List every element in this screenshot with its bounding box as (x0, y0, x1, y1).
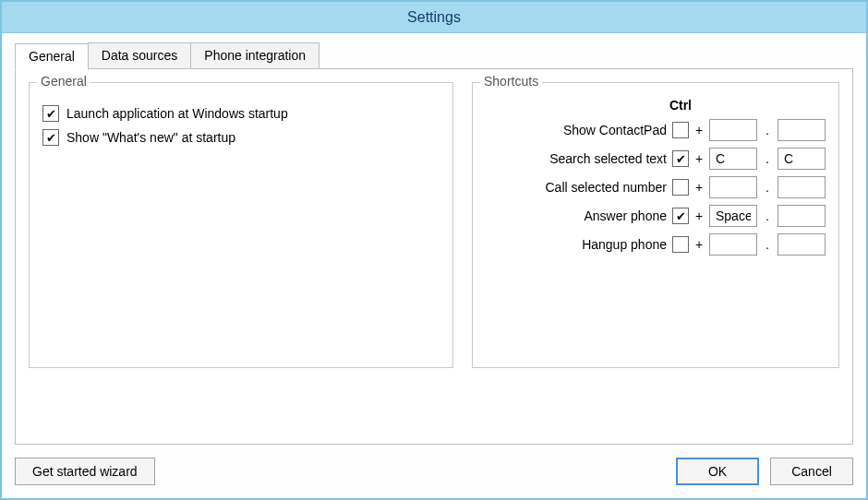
shortcut-row-show-contactpad: Show ContactPad + . (486, 119, 826, 141)
titlebar: Settings (2, 2, 866, 33)
tabcontent: General Launch application at Windows st… (29, 82, 839, 368)
shortcut-label: Call selected number (486, 180, 667, 195)
shortcut-key1-input[interactable] (709, 176, 757, 198)
shortcut-row-answer-phone: Answer phone + . (486, 205, 826, 227)
shortcut-key1-input[interactable] (709, 233, 757, 256)
shortcut-ctrl-checkbox[interactable] (672, 208, 689, 224)
shortcut-label: Answer phone (486, 208, 667, 223)
dot-sep: . (763, 208, 772, 223)
dot-sep: . (763, 237, 772, 252)
tab-phone-integration[interactable]: Phone integration (190, 42, 319, 69)
label-launch-at-startup: Launch application at Windows startup (66, 106, 288, 121)
shortcut-key1-input[interactable] (709, 119, 757, 141)
plus-sign: + (694, 208, 704, 223)
shortcut-key2-input[interactable] (778, 119, 826, 141)
settings-window: Settings General Data sources Phone inte… (0, 0, 868, 500)
option-launch-at-startup[interactable]: Launch application at Windows startup (42, 105, 440, 122)
window-title: Settings (407, 9, 461, 26)
option-show-whats-new[interactable]: Show "What's new" at startup (42, 129, 440, 146)
tabpage-general: General Launch application at Windows st… (15, 68, 853, 445)
shortcut-ctrl-checkbox[interactable] (672, 236, 689, 253)
tab-data-sources[interactable]: Data sources (88, 42, 191, 69)
checkbox-show-whats-new[interactable] (42, 129, 59, 146)
client-area: General Data sources Phone integration G… (2, 33, 866, 498)
plus-sign: + (694, 180, 704, 195)
shortcut-ctrl-checkbox[interactable] (672, 179, 689, 196)
shortcut-key2-input[interactable] (778, 233, 826, 256)
plus-sign: + (694, 237, 704, 252)
plus-sign: + (694, 151, 704, 166)
button-bar: Get started wizard OK Cancel (15, 458, 853, 485)
plus-sign: + (694, 123, 704, 137)
dot-sep: . (763, 151, 772, 166)
shortcut-key2-input[interactable] (778, 205, 826, 227)
shortcut-row-call-selected-number: Call selected number + . (486, 176, 826, 198)
groupbox-shortcuts: Shortcuts Ctrl Show ContactPad + . Searc… (472, 82, 839, 368)
dot-sep: . (763, 123, 772, 137)
shortcut-key2-input[interactable] (778, 176, 826, 198)
shortcut-key1-input[interactable] (709, 148, 757, 170)
shortcuts-header-ctrl: Ctrl (486, 98, 826, 113)
shortcut-key2-input[interactable] (778, 148, 826, 170)
ok-button[interactable]: OK (676, 458, 759, 485)
label-show-whats-new: Show "What's new" at startup (66, 130, 235, 145)
shortcut-row-hangup-phone: Hangup phone + . (486, 233, 826, 256)
shortcut-row-search-selected-text: Search selected text + . (486, 148, 826, 170)
groupbox-general-legend: General (37, 74, 90, 89)
shortcut-key1-input[interactable] (709, 205, 757, 227)
groupbox-general: General Launch application at Windows st… (29, 82, 453, 368)
dot-sep: . (763, 180, 772, 195)
groupbox-shortcuts-legend: Shortcuts (480, 74, 542, 89)
checkbox-launch-at-startup[interactable] (42, 105, 59, 122)
shortcut-label: Search selected text (486, 151, 667, 166)
get-started-wizard-button[interactable]: Get started wizard (15, 458, 155, 485)
shortcut-ctrl-checkbox[interactable] (672, 150, 689, 167)
tab-general[interactable]: General (15, 43, 89, 70)
shortcut-ctrl-checkbox[interactable] (672, 122, 689, 138)
tabstrip: General Data sources Phone integration (15, 42, 853, 69)
shortcut-label: Hangup phone (486, 237, 667, 252)
cancel-button[interactable]: Cancel (770, 458, 853, 485)
shortcut-label: Show ContactPad (486, 123, 667, 137)
